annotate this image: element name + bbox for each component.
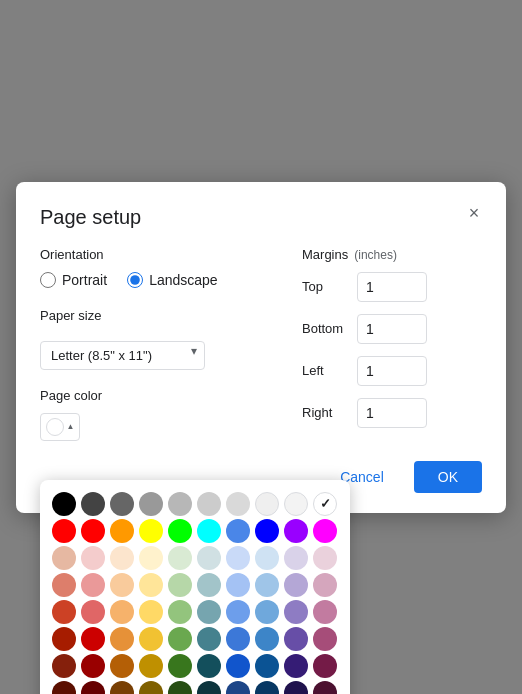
color-swatch-red-berry[interactable] [52, 519, 76, 543]
color-swatch-purple-6[interactable] [284, 681, 308, 695]
color-swatch-orange[interactable] [110, 519, 134, 543]
color-swatch-red-berry-5[interactable] [52, 654, 76, 678]
color-swatch-red-berry-6[interactable] [52, 681, 76, 695]
margin-right-input[interactable] [357, 398, 427, 428]
color-swatch-red-2[interactable] [81, 573, 105, 597]
color-swatch-magenta-3[interactable] [313, 600, 337, 624]
paper-size-section: Paper size Letter (8.5" x 11") A4 (8.27"… [40, 308, 292, 370]
color-swatch-green-3[interactable] [168, 600, 192, 624]
color-swatch-dark-gray-3[interactable] [110, 492, 134, 516]
color-swatch-green-4[interactable] [168, 627, 192, 651]
color-swatch-purple-2[interactable] [284, 573, 308, 597]
color-swatch-cyan[interactable] [197, 519, 221, 543]
color-swatch-magenta[interactable] [313, 519, 337, 543]
color-swatch-blue[interactable] [255, 519, 279, 543]
color-swatch-orange-5[interactable] [110, 654, 134, 678]
color-swatch-green[interactable] [168, 519, 192, 543]
color-swatch-red-3[interactable] [81, 600, 105, 624]
color-swatch-dark-gray-2[interactable] [139, 492, 163, 516]
landscape-label: Landscape [149, 272, 218, 288]
color-swatch-dark-gray-1[interactable] [168, 492, 192, 516]
color-dropdown-arrow: ▲ [67, 422, 75, 431]
color-swatch-cyan-3[interactable] [197, 600, 221, 624]
color-swatch-purple[interactable] [284, 519, 308, 543]
color-swatch-blue-2[interactable] [255, 573, 279, 597]
color-swatch-cornflower-4[interactable] [226, 627, 250, 651]
color-swatch-magenta-2[interactable] [313, 573, 337, 597]
color-swatch-blue-3[interactable] [255, 600, 279, 624]
landscape-radio[interactable] [127, 272, 143, 288]
color-swatch-yellow-3[interactable] [139, 600, 163, 624]
color-swatch-green-6[interactable] [168, 681, 192, 695]
color-swatch-orange-4[interactable] [110, 627, 134, 651]
color-swatch-cyan-4[interactable] [197, 627, 221, 651]
color-swatch-magenta-5[interactable] [313, 654, 337, 678]
color-swatch-cornflower-5[interactable] [226, 654, 250, 678]
color-swatch-blue-6[interactable] [255, 681, 279, 695]
portrait-radio[interactable] [40, 272, 56, 288]
color-swatch-yellow[interactable] [139, 519, 163, 543]
color-swatch-black[interactable] [52, 492, 76, 516]
color-swatch-red-berry-4[interactable] [52, 627, 76, 651]
color-grid [52, 492, 338, 695]
color-swatch-light-blue[interactable] [255, 546, 279, 570]
color-swatch-blue-4[interactable] [255, 627, 279, 651]
color-swatch-light-cyan[interactable] [197, 546, 221, 570]
portrait-option[interactable]: Portrait [40, 272, 107, 288]
color-swatch-light-gray-3[interactable] [284, 492, 308, 516]
margin-left-input[interactable] [357, 356, 427, 386]
color-swatch-dark-gray-4[interactable] [81, 492, 105, 516]
margin-bottom-input[interactable] [357, 314, 427, 344]
color-swatch-red-6[interactable] [81, 681, 105, 695]
color-swatch-orange-3[interactable] [110, 600, 134, 624]
color-swatch-purple-4[interactable] [284, 627, 308, 651]
color-swatch-cornflower-2[interactable] [226, 573, 250, 597]
color-swatch-light-magenta[interactable] [313, 546, 337, 570]
color-swatch-cornflower-blue[interactable] [226, 519, 250, 543]
color-swatch-purple-5[interactable] [284, 654, 308, 678]
color-swatch-cornflower-6[interactable] [226, 681, 250, 695]
color-swatch-cornflower-3[interactable] [226, 600, 250, 624]
color-swatch-red-berry-2[interactable] [52, 573, 76, 597]
color-swatch-cyan-2[interactable] [197, 573, 221, 597]
color-swatch-yellow-4[interactable] [139, 627, 163, 651]
color-swatch-red[interactable] [81, 519, 105, 543]
paper-size-select[interactable]: Letter (8.5" x 11") A4 (8.27" x 11.69") … [40, 341, 205, 370]
color-swatch-green-2[interactable] [168, 573, 192, 597]
color-swatch-cyan-5[interactable] [197, 654, 221, 678]
color-swatch-light-green[interactable] [168, 546, 192, 570]
color-swatch-light-gray-1[interactable] [226, 492, 250, 516]
color-swatch-blue-5[interactable] [255, 654, 279, 678]
page-color-button[interactable]: ▲ [40, 413, 80, 441]
close-button[interactable]: × [458, 198, 490, 230]
color-swatch-light-cornflower[interactable] [226, 546, 250, 570]
color-swatch-red-5[interactable] [81, 654, 105, 678]
color-swatch-orange-2[interactable] [110, 573, 134, 597]
color-swatch-green-5[interactable] [168, 654, 192, 678]
color-swatch-yellow-5[interactable] [139, 654, 163, 678]
color-swatch-yellow-6[interactable] [139, 681, 163, 695]
landscape-option[interactable]: Landscape [127, 272, 218, 288]
color-swatch-red-4[interactable] [81, 627, 105, 651]
color-swatch-orange-6[interactable] [110, 681, 134, 695]
color-swatch-red-berry-3[interactable] [52, 600, 76, 624]
color-swatch-light-red-berry[interactable] [52, 546, 76, 570]
color-swatch-cyan-6[interactable] [197, 681, 221, 695]
color-swatch-light-gray-2[interactable] [255, 492, 279, 516]
color-swatch-magenta-6[interactable] [313, 681, 337, 695]
color-swatch-light-purple[interactable] [284, 546, 308, 570]
color-swatch-light-yellow[interactable] [139, 546, 163, 570]
color-swatch-white[interactable] [313, 492, 337, 516]
color-button-wrapper: ▲ [40, 413, 292, 441]
margin-left-label: Left [302, 363, 357, 378]
ok-button[interactable]: OK [414, 461, 482, 493]
color-swatch-light-orange[interactable] [110, 546, 134, 570]
margins-unit: (inches) [354, 248, 397, 262]
color-swatch-gray[interactable] [197, 492, 221, 516]
color-swatch-yellow-2[interactable] [139, 573, 163, 597]
color-swatch-magenta-4[interactable] [313, 627, 337, 651]
margin-top-label: Top [302, 279, 357, 294]
color-swatch-light-red[interactable] [81, 546, 105, 570]
color-swatch-purple-3[interactable] [284, 600, 308, 624]
margin-top-input[interactable] [357, 272, 427, 302]
